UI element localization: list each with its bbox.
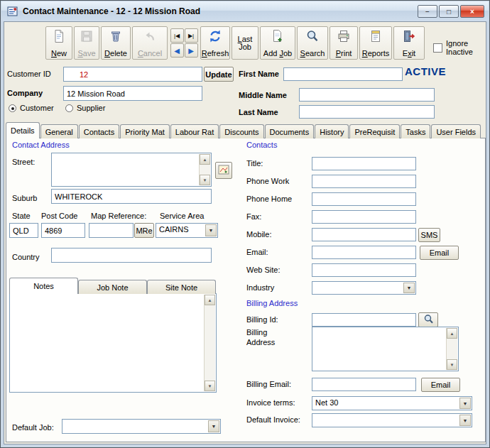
notes-textarea[interactable]: ▲ ▼ <box>9 293 217 393</box>
nav-prev-button[interactable]: ◀ <box>170 43 184 58</box>
print-button-label: Print <box>336 50 352 58</box>
billing-address-textarea[interactable]: ▲ ▼ <box>312 327 459 371</box>
street-textarea[interactable]: ▲ ▼ <box>51 153 212 187</box>
customer-id-field[interactable] <box>63 67 202 82</box>
chevron-down-icon[interactable]: ▼ <box>459 398 471 409</box>
search-button[interactable]: Search <box>297 26 328 60</box>
mobile-field[interactable] <box>312 228 416 241</box>
supplier-radio-label: Supplier <box>77 104 105 112</box>
default-invoice-select[interactable]: ▼ <box>312 413 472 427</box>
suburb-field[interactable] <box>51 189 212 204</box>
tab-user-fields[interactable]: User Fields <box>431 124 481 138</box>
checkbox-box[interactable] <box>433 43 442 53</box>
country-field[interactable] <box>51 248 212 263</box>
nav-first-button[interactable]: |◀ <box>170 28 184 43</box>
titlebar[interactable]: Contact Maintenance - 12 - 12 Mission Ro… <box>1 1 489 21</box>
delete-button[interactable]: Delete <box>101 26 131 60</box>
phone-home-field[interactable] <box>312 192 416 206</box>
state-field[interactable] <box>9 223 38 238</box>
last-name-field[interactable] <box>299 105 435 119</box>
mre-button[interactable]: MRe <box>134 223 154 238</box>
web-site-field[interactable] <box>312 263 416 277</box>
scroll-down-icon[interactable]: ▼ <box>447 359 457 370</box>
tab-priority-mat[interactable]: Priority Mat <box>120 124 170 138</box>
fax-field[interactable] <box>312 210 416 224</box>
tab-discounts[interactable]: Discounts <box>219 124 263 138</box>
chevron-down-icon[interactable]: ▼ <box>459 415 471 426</box>
nav-next-button[interactable]: ▶ <box>185 43 198 58</box>
notes-tab-strip: Notes Job Note Site Note <box>9 278 216 294</box>
street-scrollbar[interactable]: ▲ ▼ <box>199 154 210 185</box>
refresh-icon <box>208 29 222 45</box>
save-button[interactable]: Save <box>74 26 99 60</box>
tab-details[interactable]: Details <box>6 122 40 138</box>
scroll-down-icon[interactable]: ▼ <box>200 175 210 185</box>
tab-tasks[interactable]: Tasks <box>401 124 430 138</box>
customer-radio-circle[interactable] <box>9 104 16 112</box>
maximize-button[interactable]: □ <box>439 5 459 18</box>
tab-general[interactable]: General <box>40 124 78 138</box>
customer-radio[interactable]: Customer <box>9 104 54 112</box>
sms-button[interactable]: SMS <box>418 228 440 242</box>
details-panel: Contact Address Street: ▲ ▼ Suburb State… <box>6 138 486 442</box>
close-button[interactable]: × <box>460 5 484 18</box>
post-code-field[interactable] <box>41 223 85 238</box>
print-button[interactable]: Print <box>330 26 358 60</box>
search-button-label: Search <box>300 50 325 58</box>
scroll-up-icon[interactable]: ▲ <box>447 328 457 339</box>
chevron-down-icon[interactable]: ▼ <box>205 224 217 236</box>
tab-contacts[interactable]: Contacts <box>79 124 119 138</box>
client-area: New Save Delete Cancel |◀ ▶| ◀ ▶ <box>4 21 486 444</box>
new-button[interactable]: New <box>45 26 72 60</box>
scroll-up-icon[interactable]: ▲ <box>205 295 215 305</box>
ignore-inactive-checkbox[interactable]: Ignore Inactive <box>433 39 489 56</box>
default-job-select[interactable]: ▼ <box>62 419 221 434</box>
refresh-button-label: Refresh <box>202 50 229 58</box>
chevron-down-icon[interactable]: ▼ <box>208 420 219 432</box>
billing-id-field[interactable] <box>312 313 416 327</box>
invoice-terms-select[interactable]: Net 30 ▼ <box>312 396 472 410</box>
tab-site-note[interactable]: Site Note <box>147 280 216 294</box>
phone-work-label: Phone Work <box>246 177 289 185</box>
reports-button[interactable]: Reports <box>359 26 392 60</box>
title-field[interactable] <box>312 157 416 170</box>
tab-documents[interactable]: Documents <box>265 124 315 138</box>
update-button[interactable]: Update <box>204 67 234 82</box>
billing-email-button[interactable]: Email <box>421 378 460 392</box>
map-reference-field[interactable] <box>89 223 134 238</box>
nav-last-button[interactable]: ▶| <box>185 28 198 43</box>
street-label: Street: <box>12 158 35 166</box>
supplier-radio-circle[interactable] <box>65 104 73 112</box>
last-job-button[interactable]: Last Job <box>232 26 258 60</box>
tab-history[interactable]: History <box>315 124 349 138</box>
refresh-button[interactable]: Refresh <box>200 26 230 60</box>
exit-button[interactable]: Exit <box>393 26 425 60</box>
service-area-label: Service Area <box>160 212 204 220</box>
company-field[interactable] <box>63 86 202 101</box>
phone-work-field[interactable] <box>312 175 416 188</box>
cancel-button[interactable]: Cancel <box>132 26 168 60</box>
email-field[interactable] <box>312 246 416 259</box>
notes-scrollbar[interactable]: ▲ ▼ <box>204 295 215 391</box>
tab-prerequisit[interactable]: PreRequisit <box>349 124 400 138</box>
email-button[interactable]: Email <box>420 246 459 260</box>
scroll-up-icon[interactable]: ▲ <box>200 154 210 165</box>
scroll-down-icon[interactable]: ▼ <box>205 381 215 391</box>
billing-address-scrollbar[interactable]: ▲ ▼ <box>446 328 457 370</box>
add-job-button[interactable]: Add Job <box>260 26 295 60</box>
billing-id-search-button[interactable] <box>418 312 438 327</box>
tab-labour-rat[interactable]: Labour Rat <box>170 124 219 138</box>
map-button[interactable] <box>215 162 232 179</box>
tab-job-note[interactable]: Job Note <box>78 280 147 294</box>
supplier-radio[interactable]: Supplier <box>65 104 105 112</box>
save-floppy-icon <box>80 29 94 45</box>
middle-name-field[interactable] <box>299 88 435 102</box>
service-area-select[interactable]: CAIRNS ▼ <box>156 223 218 238</box>
first-name-field[interactable] <box>283 67 403 81</box>
industry-select[interactable]: ▼ <box>312 281 416 295</box>
chevron-down-icon[interactable]: ▼ <box>403 283 415 293</box>
tab-notes[interactable]: Notes <box>9 278 78 294</box>
minimize-button[interactable]: − <box>418 5 437 18</box>
billing-email-field[interactable] <box>312 378 416 391</box>
window-title: Contact Maintenance - 12 - 12 Mission Ro… <box>23 6 200 16</box>
